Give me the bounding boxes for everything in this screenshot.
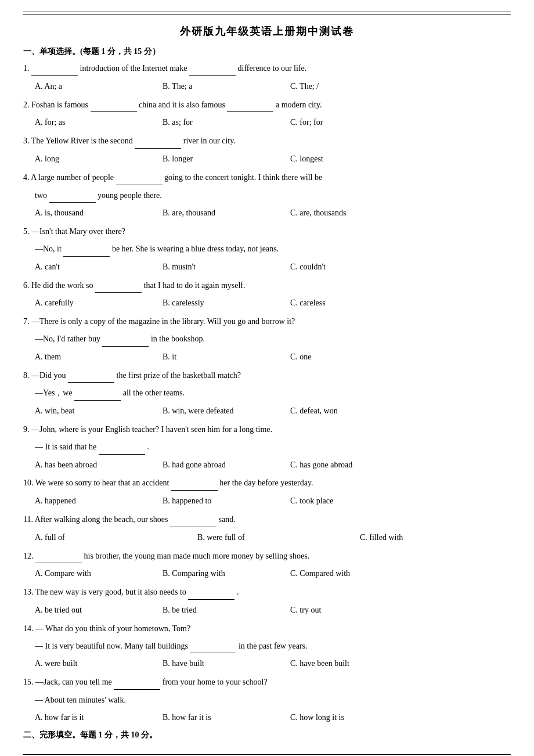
q11-blank	[170, 513, 217, 527]
q15-optA: A. how far is it	[35, 711, 163, 725]
q15-blank1	[114, 675, 160, 690]
q12-options: A. Compare with B. Comparing with C. Com…	[35, 567, 511, 581]
q2-optC: C. for; for	[290, 116, 418, 129]
q1-optA: A. An; a	[35, 80, 163, 93]
q13-text: .	[237, 588, 239, 596]
q8-text2: —Yes，we	[35, 388, 74, 397]
q7-optA: A. them	[35, 350, 163, 364]
question-8: 8. —Did you the first prize of the baske…	[23, 369, 511, 383]
q14-blank	[190, 639, 236, 654]
question-12: 12. his brother, the young man made much…	[23, 549, 511, 564]
q14-options: A. were built B. have built C. have been…	[35, 657, 511, 671]
q15-optC: C. how long it is	[290, 711, 418, 725]
section1-header: 一、单项选择。(每题 1 分，共 15 分）	[23, 46, 511, 57]
q2-text1: china and it is also famous	[139, 100, 227, 109]
q13-blank	[188, 585, 234, 600]
q6-optB: B. carelessly	[163, 296, 290, 310]
q5-num: 5. —Isn't that Mary over there?	[23, 227, 125, 236]
q4-optB: B. are, thousand	[163, 206, 290, 220]
q7-text1: —No, I'd rather buy	[35, 334, 102, 343]
q14-optA: A. were built	[35, 657, 163, 671]
question-15b: — About ten minutes' walk.	[35, 693, 511, 707]
q8-text3: all the other teams.	[123, 388, 185, 397]
q12-optC: C. Compared with	[290, 567, 418, 581]
q2-blank1	[91, 98, 137, 113]
q8-optC: C. defeat, won	[290, 404, 418, 418]
q11-text: sand.	[218, 515, 235, 524]
q14-num: 14. — What do you think of your hometown…	[23, 624, 190, 633]
q13-optB: B. be tried	[163, 603, 290, 617]
q4-text1: going to the concert tonight. I think th…	[164, 173, 322, 182]
question-10: 10. We were so sorry to hear that an acc…	[23, 476, 511, 491]
q4-optA: A. is, thousand	[35, 206, 163, 220]
q15-text1: from your home to your school?	[163, 678, 268, 686]
q1-blank2	[189, 62, 236, 76]
question-9: 9. —John, where is your English teacher?…	[23, 423, 511, 437]
q5-optC: C. couldn't	[290, 260, 418, 274]
q14-optB: B. have built	[163, 657, 290, 671]
q4-optC: C. are, thousands	[290, 206, 418, 220]
question-5b: —No, it be her. She is wearing a blue dr…	[35, 242, 511, 257]
q10-optA: A. happened	[35, 494, 163, 508]
q4-text3: young people there.	[98, 191, 162, 200]
question-8b: —Yes，we all the other teams.	[35, 386, 511, 401]
question-7: 7. —There is only a copy of the magazine…	[23, 315, 511, 329]
q15-options: A. how far is it B. how far it is C. how…	[35, 711, 511, 725]
q2-options: A. for; as B. as; for C. for; for	[35, 116, 511, 129]
q6-blank	[95, 279, 142, 293]
q8-blank1	[68, 369, 114, 383]
q1-options: A. An; a B. The; a C. The; /	[35, 80, 511, 93]
q3-num: 3. The Yellow River is the second	[23, 136, 135, 145]
q7-text2: in the bookshop.	[151, 334, 205, 343]
q14-text2: in the past few years.	[239, 642, 308, 650]
q8-text1: the first prize of the basketball match?	[117, 371, 241, 380]
q8-optA: A. win, beat	[35, 404, 163, 418]
q3-optC: C. longest	[290, 152, 418, 166]
q11-options: A. full of B. were full of C. filled wit…	[35, 531, 511, 545]
q9-num: 9. —John, where is your English teacher?…	[23, 425, 272, 434]
q7-num: 7. —There is only a copy of the magazine…	[23, 317, 295, 326]
q13-num: 13. The new way is very good, but it als…	[23, 588, 188, 596]
q6-text: that I had to do it again myself.	[144, 281, 246, 290]
q13-optC: C. try out	[290, 603, 418, 617]
q9-optC: C. has gone abroad	[290, 458, 418, 472]
q5-optB: B. mustn't	[163, 260, 290, 274]
question-5: 5. —Isn't that Mary over there?	[23, 225, 511, 239]
question-3: 3. The Yellow River is the second river …	[23, 134, 511, 149]
q6-optA: A. carefully	[35, 296, 163, 310]
q7-optC: C. one	[290, 350, 418, 364]
question-9b: — It is said that he .	[35, 440, 511, 455]
q15-text2: — About ten minutes' walk.	[35, 696, 126, 704]
q12-optB: B. Comparing with	[163, 567, 290, 581]
q5-blank	[63, 242, 110, 257]
question-1: 1. introduction of the Internet make dif…	[23, 62, 511, 76]
q4-options: A. is, thousand B. are, thousand C. are,…	[35, 206, 511, 220]
q4-blank2	[49, 189, 96, 203]
question-7b: —No, I'd rather buy in the bookshop.	[35, 332, 511, 347]
q4-text2: two	[35, 191, 49, 200]
q2-optB: B. as; for	[163, 116, 290, 129]
q2-optA: A. for; as	[35, 116, 163, 129]
q1-optC: C. The; /	[290, 80, 418, 93]
q8-options: A. win, beat B. win, were defeated C. de…	[35, 404, 511, 418]
q6-num: 6. He did the work so	[23, 281, 95, 290]
q4-num: 4. A large number of people	[23, 173, 116, 182]
q9-optA: A. has been abroad	[35, 458, 163, 472]
second-border	[23, 15, 511, 15]
q7-optB: B. it	[163, 350, 290, 364]
q7-options: A. them B. it C. one	[35, 350, 511, 364]
q1-blank1	[31, 62, 78, 76]
q9-optB: B. had gone abroad	[163, 458, 290, 472]
question-13: 13. The new way is very good, but it als…	[23, 585, 511, 600]
q3-blank	[135, 134, 181, 149]
q10-text: her the day before yesterday.	[219, 478, 313, 487]
question-4: 4. A large number of people going to the…	[23, 171, 511, 185]
q3-text: river in our city.	[183, 136, 236, 145]
q14-optC: C. have been built	[290, 657, 418, 671]
section2-header: 二、完形填空。每题 1 分，共 10 分。	[23, 730, 511, 740]
q1-num: 1.	[23, 64, 30, 73]
q15-num: 15. —Jack, can you tell me	[23, 678, 114, 686]
question-14: 14. — What do you think of your hometown…	[23, 622, 511, 636]
q6-options: A. carefully B. carelessly C. careless	[35, 296, 511, 310]
q2-blank2	[227, 98, 273, 113]
